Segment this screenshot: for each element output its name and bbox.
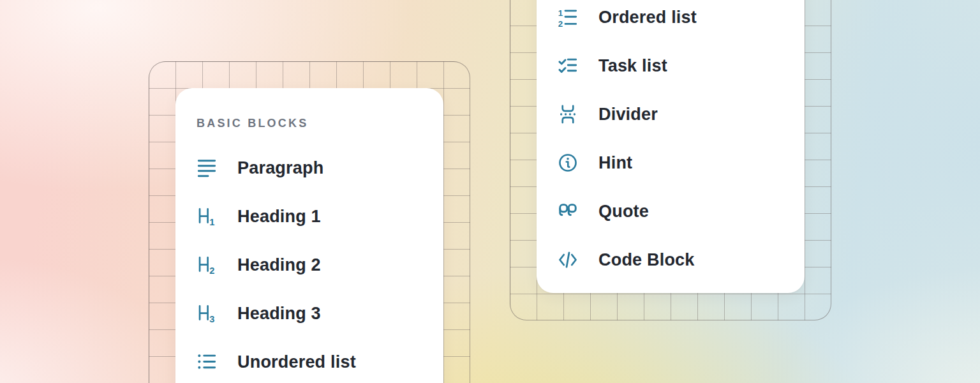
task-list-icon [558,56,578,76]
basic-blocks-menu-items: Paragraph 1 Heading 1 2 Heading 2 3 Head… [175,144,443,383]
menu-item-task-list[interactable]: Task list [537,41,805,90]
menu-item-label: Hint [598,153,632,173]
menu-item-label: Quote [598,202,649,222]
menu-item-heading-3[interactable]: 3 Heading 3 [175,289,443,338]
heading-1-icon: 1 [197,206,217,227]
menu-item-heading-2[interactable]: 2 Heading 2 [175,241,443,289]
menu-item-label: Heading 3 [237,304,321,324]
menu-item-label: Paragraph [237,158,323,178]
svg-text:2: 2 [558,19,563,27]
menu-item-label: Heading 1 [237,207,321,227]
quote-icon [558,201,578,222]
svg-text:3: 3 [209,314,214,324]
menu-item-unordered-list[interactable]: Unordered list [175,338,443,383]
menu-item-label: Ordered list [598,8,697,27]
paragraph-icon [197,158,217,178]
menu-item-hint[interactable]: Hint [537,139,805,187]
menu-item-quote[interactable]: Quote [537,187,805,236]
basic-blocks-menu: BASIC BLOCKS Paragraph 1 Heading 1 2 Hea… [175,88,443,383]
svg-text:2: 2 [209,266,214,275]
menu-item-label: Unordered list [237,352,356,372]
svg-text:1: 1 [209,217,214,227]
menu-item-divider[interactable]: Divider [537,90,805,139]
menu-item-paragraph[interactable]: Paragraph [175,144,443,192]
hint-icon [558,153,578,173]
heading-3-icon: 3 [197,303,217,324]
menu-item-ordered-list[interactable]: 12 Ordered list [537,0,805,41]
blocks-menu-continued: 12 Ordered list Task list Divider Hint Q… [537,0,805,293]
code-block-icon [558,250,578,270]
blocks-menu-continued-items: 12 Ordered list Task list Divider Hint Q… [537,0,805,284]
unordered-list-icon [197,352,217,372]
menu-item-label: Code Block [598,250,695,270]
divider-icon [558,104,578,124]
menu-item-code-block[interactable]: Code Block [537,236,805,284]
menu-item-label: Heading 2 [237,255,321,275]
ordered-list-icon: 12 [558,7,578,27]
menu-item-label: Task list [598,56,667,76]
heading-2-icon: 2 [197,255,217,275]
menu-item-label: Divider [598,105,658,124]
menu-item-heading-1[interactable]: 1 Heading 1 [175,192,443,241]
svg-text:1: 1 [558,8,563,18]
section-title-basic-blocks: BASIC BLOCKS [197,115,443,131]
